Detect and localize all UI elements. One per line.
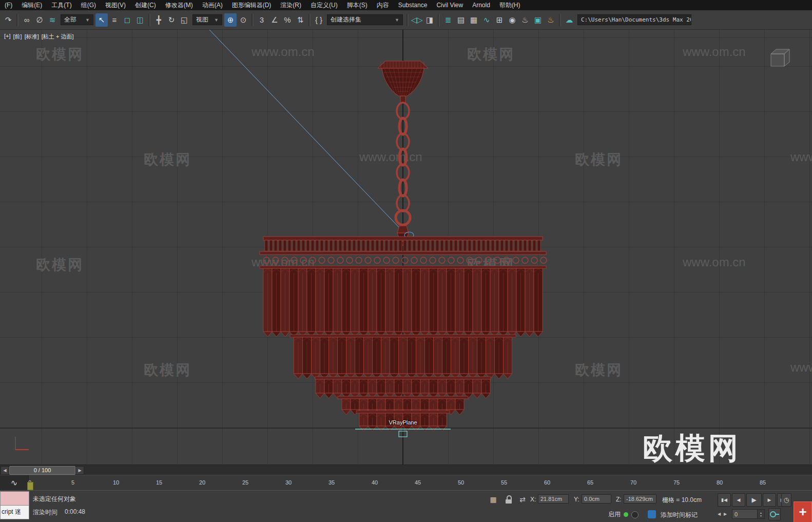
time-slider-handle[interactable]: 0 / 100 [9,466,75,475]
menu-item[interactable]: 自定义(U) [306,0,342,10]
playback-controls: ▮◀◀▶▶▶▮ [718,493,790,507]
play-button[interactable]: ▶ [746,493,762,507]
y-coordinate-input[interactable] [582,494,611,504]
bind-to-space-warp-icon[interactable]: ≋ [46,13,59,27]
menu-item[interactable]: 工具(T) [47,0,76,10]
menu-item[interactable]: Substance [394,0,432,10]
menu-item[interactable]: 帮助(H) [495,0,525,10]
time-configuration-button[interactable]: ◷ [781,493,791,507]
select-object-icon[interactable]: ↖ [95,13,108,27]
current-frame-field[interactable]: ▲▼ [732,509,765,519]
key-mode-toggle[interactable] [768,508,781,520]
frame-spinner[interactable]: ▲▼ [757,510,764,518]
cloud-render-icon[interactable]: ☁ [563,13,575,27]
next-key-button[interactable]: ▶ [75,466,84,475]
rectangular-selection-region-icon[interactable]: ◻ [121,13,133,27]
select-and-scale-icon[interactable]: ◱ [178,13,190,27]
ruler-tick-label: 80 [717,479,723,486]
rendered-frame-window-icon[interactable]: ▣ [532,13,544,27]
viewport-front[interactable]: 欧模网www.om.cn欧模网www.om.cn欧模网www.om.cn欧模网w… [0,29,812,465]
maxscript-text-channel[interactable]: cript 迷 [0,506,29,519]
render-time-line: 渲染时间 0:00:48 [33,508,85,517]
menu-item[interactable]: 脚本(S) [342,0,372,10]
chevron-down-icon: ▼ [395,17,399,23]
menu-item[interactable]: 动画(A) [198,0,227,10]
menu-item[interactable]: 内容 [372,0,394,10]
track-bar[interactable]: ∿ 0510152025303540455055606570758085 [0,475,812,491]
time-slider[interactable]: ◀ 0 / 100 ▶ [0,465,812,475]
go-to-start-button[interactable]: ▮◀ [718,493,731,507]
key-step-forward-icon[interactable]: ▶ [724,512,727,516]
render-time-label: 渲染时间 [33,508,57,517]
select-by-name-icon[interactable]: ≡ [108,13,121,27]
previous-frame-button[interactable]: ◀ [732,493,745,507]
render-production-icon[interactable]: ♨ [545,13,557,27]
selection-filter-dropdown[interactable]: 全部▼ [61,14,93,25]
menu-item[interactable]: (F) [0,0,17,10]
status-green-light [624,512,628,517]
maxscript-macro-channel[interactable] [0,491,29,506]
select-and-link-icon[interactable]: ∞ [21,13,33,27]
viewport-menu-plus[interactable]: [+] [4,33,11,41]
x-coordinate-input[interactable] [538,494,569,504]
previous-key-button[interactable]: ◀ [1,466,9,475]
selection-lock-icon[interactable] [503,494,514,505]
ruler-tick-label: 85 [760,479,766,486]
menu-item[interactable]: 组(G) [76,0,101,10]
transform-gizmo-toggle-icon[interactable]: ▦ [488,494,499,505]
viewcube[interactable] [766,47,797,68]
curve-editor-icon[interactable]: ∿ [480,13,493,27]
menu-item[interactable]: 图形编辑器(D) [227,0,276,10]
menu-item[interactable]: 创建(C) [130,0,161,10]
window-crossing-icon[interactable]: ◫ [134,13,146,27]
ruler-tick-label: 70 [630,479,636,486]
time-tag-icon[interactable] [648,510,656,518]
material-editor-icon[interactable]: ◉ [506,13,518,27]
next-frame-button[interactable]: ▶ [763,493,776,507]
edit-named-selection-sets-icon[interactable]: { } [313,13,325,27]
render-setup-icon[interactable]: ♨ [519,13,531,27]
absolute-offset-toggle-icon[interactable]: ⇄ [517,494,528,505]
toggle-layer-explorer-icon[interactable]: ▤ [455,13,467,27]
menu-item[interactable]: Arnold [468,0,495,10]
select-and-rotate-icon[interactable]: ↻ [165,13,178,27]
use-center-flyout-icon[interactable]: ⊙ [237,13,249,27]
viewport-render-mode[interactable]: [标准] [25,33,39,41]
menu-item[interactable]: 修改器(M) [161,0,198,10]
toggle-scene-explorer-icon[interactable]: ≣ [442,13,454,27]
menu-item[interactable]: Civil View [432,0,468,10]
spinner-snap-icon[interactable]: ⇅ [294,13,306,27]
viewport-shading-mode[interactable]: [粘土 + 边面] [42,33,74,41]
lock-body [506,499,512,504]
angle-snap-icon[interactable]: ∠ [268,13,281,27]
add-time-tag[interactable]: 添加时间标记 [661,511,698,519]
redo-icon[interactable]: ↷ [2,13,14,27]
toolbar-separator [407,14,409,26]
viewport-view-name[interactable]: [前] [13,33,22,41]
maxscript-mini-listener[interactable]: cript 迷 [0,491,29,519]
add-button[interactable]: + [794,501,812,522]
mini-curve-editor-button[interactable]: ∿ [0,475,29,490]
current-frame-marker[interactable] [27,482,33,490]
toggle-ribbon-icon[interactable]: ▦ [468,13,480,27]
percent-snap-icon[interactable]: % [281,13,294,27]
select-and-move-icon[interactable]: ╋ [152,13,165,27]
degradation-toggle[interactable] [631,511,639,518]
curve-icon: ∿ [11,478,17,488]
z-coordinate-input[interactable] [624,494,656,504]
selection-filter-dropdown-label: 全部 [64,15,76,24]
project-folder-dropdown[interactable]: C:\Users\Han\Documents\3ds Max 2022 ▼ [577,14,691,25]
named-selection-sets-dropdown[interactable]: 创建选择集▼ [327,14,403,25]
menu-item[interactable]: 渲染(R) [276,0,306,10]
ruler-tick-label: 20 [199,479,205,486]
mirror-icon[interactable]: ◁▷ [411,13,423,27]
schematic-view-icon[interactable]: ⊞ [493,13,506,27]
key-step-back-icon[interactable]: ◀ [718,512,721,516]
align-icon[interactable]: ◨ [423,13,436,27]
snap-toggle-3d-icon[interactable]: 3 [256,13,268,27]
menu-item[interactable]: 视图(V) [101,0,130,10]
unlink-selection-icon[interactable]: ∅ [33,13,46,27]
menu-item[interactable]: 编辑(E) [17,0,47,10]
use-pivot-center-icon[interactable]: ⊕ [224,13,237,27]
reference-coordinate-dropdown[interactable]: 视图▼ [192,14,222,25]
